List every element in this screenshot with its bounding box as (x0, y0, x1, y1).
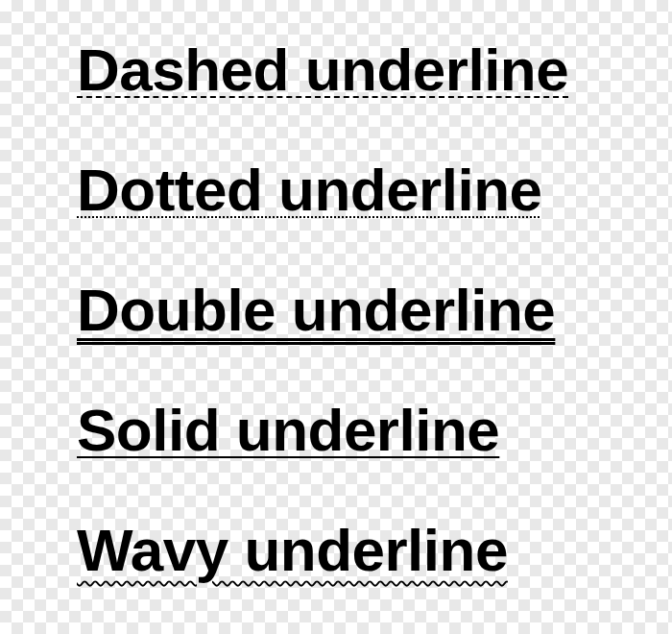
sample-dotted: Dotted underline (77, 158, 595, 221)
sample-double-text: Double underline (77, 279, 555, 341)
sample-dashed: Dashed underline (77, 38, 595, 101)
sample-double: Double underline (77, 279, 595, 341)
sample-solid-text: Solid underline (77, 399, 499, 461)
sample-dotted-text: Dotted underline (77, 158, 542, 221)
page: Dashed underline Dotted underline Double… (0, 0, 672, 634)
sample-dashed-text: Dashed underline (77, 38, 568, 101)
sample-solid: Solid underline (77, 399, 595, 461)
sample-wavy: Wavy underline (77, 519, 595, 581)
sample-wavy-text: Wavy underline (77, 519, 508, 581)
